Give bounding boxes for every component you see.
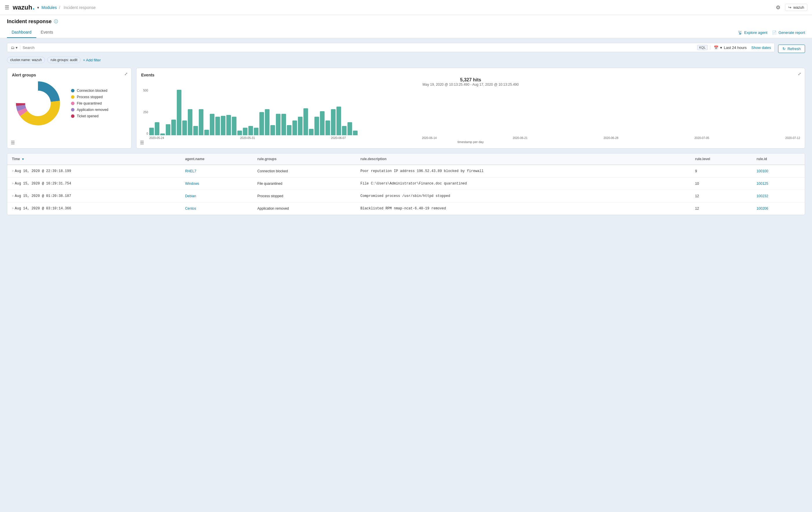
bar-12[interactable] [215,117,220,135]
events-title: Events [141,73,154,77]
generate-report-icon: 📄 [772,30,777,35]
col-rule-level[interactable]: rule.level [690,153,752,165]
x-label-2: 2020-06-07 [331,137,346,140]
cell-time-2: >Aug 15, 2020 @ 01:20:38.187 [7,190,180,203]
bar-18[interactable] [248,126,253,135]
bar-6[interactable] [182,120,187,135]
bar-29[interactable] [309,129,314,135]
agent-link-3[interactable]: Centos [185,207,196,211]
time-value: Last 24 hours [724,46,747,50]
search-dropdown-icon[interactable]: ▾ [16,46,18,50]
bar-2[interactable] [160,133,165,135]
bar-1[interactable] [155,122,160,135]
cell-ruleid-1: 100125 [752,178,805,190]
bar-16[interactable] [237,130,242,135]
bar-34[interactable] [337,107,341,135]
ruleid-link-2[interactable]: 100232 [757,194,768,198]
bar-22[interactable] [270,125,275,135]
bar-11[interactable] [210,114,214,135]
bar-37[interactable] [353,130,357,135]
bar-25[interactable] [287,125,292,135]
ruleid-link-3[interactable]: 100206 [757,207,768,211]
col-rule-desc[interactable]: rule.description [356,153,691,165]
bar-20[interactable] [259,112,264,135]
legend-ticket-opened: Ticket opened [71,114,108,118]
bar-33[interactable] [331,109,336,135]
bar-10[interactable] [204,130,209,135]
bar-14[interactable] [226,115,231,135]
bar-8[interactable] [193,126,198,135]
x-label-5: 2020-06-28 [604,137,618,140]
col-agent-label: agent.name [185,157,205,161]
time-filter[interactable]: 📅 ▾ Last 24 hours [710,46,747,50]
tab-events[interactable]: Events [36,27,58,38]
y-label-250: 250 [141,111,148,114]
bar-9[interactable] [199,109,203,135]
ruleid-link-0[interactable]: 100100 [757,169,768,173]
filter-groups[interactable]: rule.groups: audit [47,57,81,63]
bar-32[interactable] [325,120,330,135]
bar-24[interactable] [281,114,286,135]
settings-icon[interactable]: ⚙ [776,4,780,11]
agent-link-2[interactable]: Debian [185,194,196,198]
bar-3[interactable] [166,124,170,135]
generate-report-button[interactable]: 📄 Generate report [772,30,805,35]
col-time[interactable]: Time ▼ [7,153,180,165]
agent-link-1[interactable]: Windows [185,182,199,186]
legend-dot-process-stopped [71,95,75,99]
bar-7[interactable] [188,109,193,135]
bar-13[interactable] [221,116,226,135]
search-icon-area[interactable]: 🗂 ▾ [11,46,20,50]
row-expand-0[interactable]: > [12,170,13,173]
legend-application-removed: Application removed [71,108,108,112]
row-expand-2[interactable]: > [12,194,13,198]
agent-link-0[interactable]: RHEL7 [185,169,197,173]
tab-dashboard[interactable]: Dashboard [7,27,36,38]
col-rule-id[interactable]: rule.id [752,153,805,165]
bar-4[interactable] [171,120,176,135]
info-icon[interactable]: ⓘ [54,19,58,24]
events-table: Time ▼ agent.name rule.groups rule.descr… [7,153,805,215]
events-list-icon[interactable]: ☰ [140,140,144,145]
show-dates-button[interactable]: Show dates [751,46,771,50]
bar-0[interactable] [149,128,154,135]
add-filter-button[interactable]: + Add filter [83,58,101,62]
bar-28[interactable] [303,108,308,135]
col-rule-groups[interactable]: rule.groups [253,153,356,165]
bar-19[interactable] [254,128,259,135]
refresh-button[interactable]: ↻ Refresh [778,44,805,53]
explore-agent-button[interactable]: 📡 Explore agent [738,30,767,35]
col-agent[interactable]: agent.name [180,153,253,165]
logo-period: . [32,4,35,10]
bar-23[interactable] [276,114,281,135]
search-input[interactable] [23,46,695,50]
hamburger-menu[interactable]: ☰ [5,4,9,11]
row-expand-3[interactable]: > [12,207,13,210]
cell-groups-0: Connection blocked [253,165,356,178]
alert-groups-list-icon[interactable]: ☰ [11,140,15,145]
bar-17[interactable] [243,128,248,135]
bar-5[interactable] [177,90,181,135]
cell-agent-0: RHEL7 [180,165,253,178]
bar-21[interactable] [265,109,269,135]
nav-dropdown[interactable]: ▾ [37,5,39,10]
bar-30[interactable] [314,117,319,135]
alert-groups-expand-icon[interactable]: ⤢ [124,71,128,76]
y-axis: 500 250 0 [141,89,149,135]
top-nav: ☰ wazuh. ▾ Modules / Incident response ⚙… [0,0,812,15]
bar-15[interactable] [232,117,236,135]
filter-cluster[interactable]: cluster.name: wazuh [7,57,45,63]
legend-label-application-removed: Application removed [77,108,108,112]
row-expand-1[interactable]: > [12,182,13,185]
bar-31[interactable] [320,111,325,135]
cell-groups-2: Process stopped [253,190,356,203]
bar-35[interactable] [342,126,347,135]
events-expand-icon[interactable]: ⤢ [798,71,801,76]
ruleid-link-1[interactable]: 100125 [757,182,768,186]
bar-36[interactable] [347,122,352,135]
breadcrumb-modules[interactable]: Modules [41,5,57,10]
cell-time-0: >Aug 16, 2020 @ 22:39:18.199 [7,165,180,178]
bar-26[interactable] [292,120,297,135]
user-menu[interactable]: ↪ wazuh [785,4,807,11]
bar-27[interactable] [298,117,302,135]
